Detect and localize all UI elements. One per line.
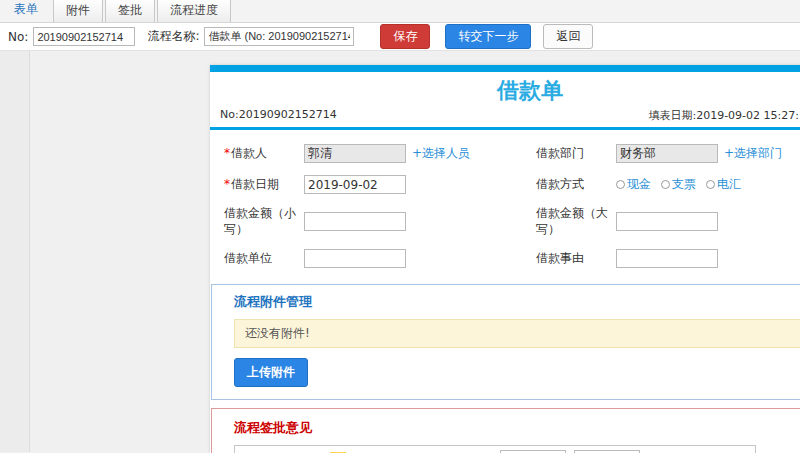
save-button[interactable]: 保存 bbox=[380, 24, 430, 49]
select-department-link[interactable]: +选择部门 bbox=[724, 145, 782, 162]
loan-date-input[interactable] bbox=[304, 175, 406, 194]
tab-sign[interactable]: 签批 bbox=[105, 0, 155, 22]
borrower-input[interactable] bbox=[304, 144, 406, 163]
editor-toolbar: B I abc A ab ⚑ 1≡ •≡ ⇤ ⇥ “ 样式 bbox=[235, 446, 755, 453]
tab-bar: 表单 附件 签批 流程进度 bbox=[0, 0, 800, 23]
select-person-link[interactable]: +选择人员 bbox=[412, 145, 470, 162]
radio-icon bbox=[706, 180, 715, 189]
method-check-radio[interactable]: 支票 bbox=[661, 176, 696, 193]
amount-small-field-row: 借款金额（小写） bbox=[224, 200, 524, 243]
department-field-row: 借款部门 +选择部门 bbox=[536, 138, 800, 169]
radio-icon bbox=[616, 180, 625, 189]
borrower-field-row: *借款人 +选择人员 bbox=[224, 138, 524, 169]
amount-big-label: 借款金额（大写） bbox=[536, 206, 616, 237]
loan-unit-label: 借款单位 bbox=[224, 251, 304, 267]
required-mark: * bbox=[224, 177, 230, 191]
loan-reason-label: 借款事由 bbox=[536, 251, 616, 267]
panel-top-bar bbox=[210, 65, 800, 72]
attachments-section-title: 流程附件管理 bbox=[212, 285, 800, 317]
loan-date-field-row: *借款日期 bbox=[224, 169, 524, 200]
form-no-text: No:20190902152714 bbox=[220, 108, 337, 123]
method-wire-radio[interactable]: 电汇 bbox=[706, 176, 741, 193]
next-step-button[interactable]: 转交下一步 bbox=[445, 24, 531, 49]
no-attachments-notice: 还没有附件! bbox=[234, 319, 800, 348]
form-info-row: No:20190902152714 填表日期:2019-09-02 15:27:… bbox=[210, 108, 800, 127]
form-title: 借款单 bbox=[210, 72, 800, 108]
content-area: 借款单 No:20190902152714 填表日期:2019-09-02 15… bbox=[0, 51, 800, 452]
no-label: No: bbox=[8, 30, 28, 44]
tab-attachments[interactable]: 附件 bbox=[53, 0, 103, 22]
amount-small-label: 借款金额（小写） bbox=[224, 206, 304, 237]
process-name-input[interactable] bbox=[204, 27, 354, 46]
back-button[interactable]: 返回 bbox=[543, 24, 593, 49]
left-strip bbox=[0, 51, 30, 452]
department-label: 借款部门 bbox=[536, 146, 616, 162]
loan-method-field-row: 借款方式 现金 支票 电汇 bbox=[536, 169, 800, 200]
borrower-label: *借款人 bbox=[224, 146, 304, 162]
loan-method-options: 现金 支票 电汇 bbox=[616, 176, 741, 193]
approval-section: 流程签批意见 B I abc A ab ⚑ 1≡ •≡ ⇤ ⇥ “ bbox=[211, 408, 800, 453]
loan-form-panel: 借款单 No:20190902152714 填表日期:2019-09-02 15… bbox=[210, 65, 800, 453]
no-input[interactable] bbox=[33, 27, 135, 46]
tab-progress[interactable]: 流程进度 bbox=[157, 0, 231, 22]
loan-date-label: *借款日期 bbox=[224, 177, 304, 193]
amount-big-input[interactable] bbox=[616, 212, 718, 231]
process-name-label: 流程名称: bbox=[147, 28, 199, 45]
amount-small-input[interactable] bbox=[304, 212, 406, 231]
radio-icon bbox=[661, 180, 670, 189]
loan-form-fields: *借款人 +选择人员 借款部门 +选择部门 *借款日期 借款方式 现金 支票 电… bbox=[210, 130, 800, 278]
attachments-section: 流程附件管理 还没有附件! 上传附件 bbox=[211, 284, 800, 400]
loan-reason-field-row: 借款事由 bbox=[536, 243, 800, 274]
amount-big-field-row: 借款金额（大写） bbox=[536, 200, 800, 243]
tab-form[interactable]: 表单 bbox=[1, 0, 51, 22]
form-date-text: 填表日期:2019-09-02 15:27:1 bbox=[648, 108, 800, 123]
toolbar: No: 流程名称: 保存 转交下一步 返回 bbox=[0, 23, 800, 51]
upload-attachment-button[interactable]: 上传附件 bbox=[234, 358, 308, 387]
loan-method-label: 借款方式 bbox=[536, 177, 616, 193]
approval-section-title: 流程签批意见 bbox=[212, 409, 800, 445]
department-input[interactable] bbox=[616, 144, 718, 163]
loan-unit-input[interactable] bbox=[304, 249, 406, 268]
page: { "tabs": { "items": [ { "label": "表单", … bbox=[0, 0, 800, 453]
method-cash-radio[interactable]: 现金 bbox=[616, 176, 651, 193]
required-mark: * bbox=[224, 146, 230, 160]
rich-text-editor: B I abc A ab ⚑ 1≡ •≡ ⇤ ⇥ “ 样式 bbox=[234, 445, 756, 453]
loan-unit-field-row: 借款单位 bbox=[224, 243, 524, 274]
loan-reason-input[interactable] bbox=[616, 249, 718, 268]
